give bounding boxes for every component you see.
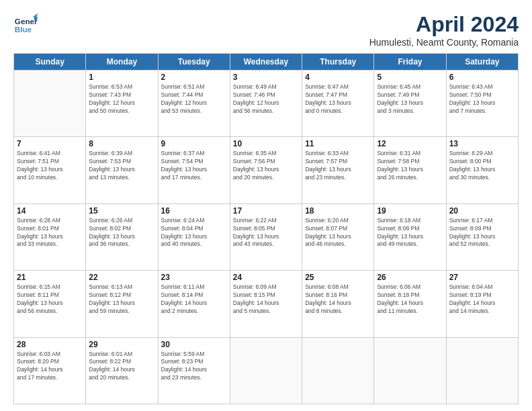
day-info: Sunrise: 6:37 AM Sunset: 7:54 PM Dayligh… bbox=[161, 150, 227, 182]
day-number: 12 bbox=[377, 139, 443, 148]
day-info: Sunrise: 6:26 AM Sunset: 8:02 PM Dayligh… bbox=[89, 217, 154, 249]
header: General Blue April 2024 Humulesti, Neamt… bbox=[13, 12, 519, 48]
table-row: 8Sunrise: 6:39 AM Sunset: 7:53 PM Daylig… bbox=[86, 137, 158, 203]
day-info: Sunrise: 6:43 AM Sunset: 7:50 PM Dayligh… bbox=[449, 83, 515, 116]
table-row: 14Sunrise: 6:28 AM Sunset: 8:01 PM Dayli… bbox=[14, 203, 86, 270]
table-row: 25Sunrise: 6:08 AM Sunset: 8:16 PM Dayli… bbox=[302, 271, 374, 337]
day-number: 4 bbox=[305, 73, 371, 82]
day-number: 30 bbox=[161, 340, 227, 349]
day-number: 14 bbox=[17, 206, 83, 216]
col-friday: Friday bbox=[374, 54, 446, 71]
calendar-table: Sunday Monday Tuesday Wednesday Thursday… bbox=[13, 53, 519, 404]
table-row: 7Sunrise: 6:41 AM Sunset: 7:51 PM Daylig… bbox=[14, 137, 86, 203]
page-title: April 2024 bbox=[369, 12, 519, 37]
col-saturday: Saturday bbox=[446, 54, 518, 71]
col-wednesday: Wednesday bbox=[230, 54, 302, 71]
day-info: Sunrise: 6:47 AM Sunset: 7:47 PM Dayligh… bbox=[305, 83, 371, 116]
table-row: 26Sunrise: 6:06 AM Sunset: 8:18 PM Dayli… bbox=[374, 271, 446, 337]
day-info: Sunrise: 6:17 AM Sunset: 8:09 PM Dayligh… bbox=[449, 217, 515, 249]
day-number: 25 bbox=[305, 273, 371, 282]
day-number: 29 bbox=[89, 340, 154, 349]
table-row bbox=[302, 337, 374, 404]
day-info: Sunrise: 6:09 AM Sunset: 8:15 PM Dayligh… bbox=[233, 283, 299, 316]
day-number: 5 bbox=[377, 73, 443, 82]
calendar-week-3: 14Sunrise: 6:28 AM Sunset: 8:01 PM Dayli… bbox=[14, 203, 519, 270]
day-info: Sunrise: 6:29 AM Sunset: 8:00 PM Dayligh… bbox=[449, 150, 515, 182]
day-number: 19 bbox=[377, 206, 443, 216]
day-info: Sunrise: 5:59 AM Sunset: 8:23 PM Dayligh… bbox=[161, 351, 227, 383]
table-row: 1Sunrise: 6:53 AM Sunset: 7:43 PM Daylig… bbox=[86, 71, 158, 137]
day-number: 10 bbox=[233, 139, 299, 148]
table-row: 20Sunrise: 6:17 AM Sunset: 8:09 PM Dayli… bbox=[446, 203, 518, 270]
day-number: 21 bbox=[17, 273, 83, 282]
day-info: Sunrise: 6:20 AM Sunset: 8:07 PM Dayligh… bbox=[305, 217, 371, 249]
day-number: 22 bbox=[89, 273, 154, 282]
day-info: Sunrise: 6:08 AM Sunset: 8:16 PM Dayligh… bbox=[305, 283, 371, 316]
day-number: 17 bbox=[233, 206, 299, 216]
day-info: Sunrise: 6:35 AM Sunset: 7:56 PM Dayligh… bbox=[233, 150, 299, 182]
table-row: 27Sunrise: 6:04 AM Sunset: 8:19 PM Dayli… bbox=[446, 271, 518, 337]
day-number: 11 bbox=[305, 139, 371, 148]
table-row: 9Sunrise: 6:37 AM Sunset: 7:54 PM Daylig… bbox=[158, 137, 230, 203]
table-row bbox=[446, 337, 518, 404]
table-row: 17Sunrise: 6:22 AM Sunset: 8:05 PM Dayli… bbox=[230, 203, 302, 270]
calendar-week-5: 28Sunrise: 6:03 AM Sunset: 8:20 PM Dayli… bbox=[14, 337, 519, 404]
calendar-week-1: 1Sunrise: 6:53 AM Sunset: 7:43 PM Daylig… bbox=[14, 71, 519, 137]
table-row bbox=[230, 337, 302, 404]
day-number: 15 bbox=[89, 206, 154, 216]
day-number: 27 bbox=[449, 273, 515, 282]
day-info: Sunrise: 6:06 AM Sunset: 8:18 PM Dayligh… bbox=[377, 283, 443, 316]
day-number: 9 bbox=[161, 139, 227, 148]
day-number: 2 bbox=[161, 73, 227, 82]
table-row: 3Sunrise: 6:49 AM Sunset: 7:46 PM Daylig… bbox=[230, 71, 302, 137]
table-row: 29Sunrise: 6:01 AM Sunset: 8:22 PM Dayli… bbox=[86, 337, 158, 404]
page-location: Humulesti, Neamt County, Romania bbox=[369, 37, 519, 48]
day-info: Sunrise: 6:41 AM Sunset: 7:51 PM Dayligh… bbox=[17, 150, 83, 182]
col-thursday: Thursday bbox=[302, 54, 374, 71]
table-row: 23Sunrise: 6:11 AM Sunset: 8:14 PM Dayli… bbox=[158, 271, 230, 337]
day-info: Sunrise: 6:31 AM Sunset: 7:58 PM Dayligh… bbox=[377, 150, 443, 182]
table-row: 12Sunrise: 6:31 AM Sunset: 7:58 PM Dayli… bbox=[374, 137, 446, 203]
col-tuesday: Tuesday bbox=[158, 54, 230, 71]
table-row: 16Sunrise: 6:24 AM Sunset: 8:04 PM Dayli… bbox=[158, 203, 230, 270]
day-info: Sunrise: 6:49 AM Sunset: 7:46 PM Dayligh… bbox=[233, 83, 299, 116]
table-row: 10Sunrise: 6:35 AM Sunset: 7:56 PM Dayli… bbox=[230, 137, 302, 203]
day-number: 6 bbox=[449, 73, 515, 82]
page: General Blue April 2024 Humulesti, Neamt… bbox=[0, 0, 532, 411]
day-number: 16 bbox=[161, 206, 227, 216]
day-info: Sunrise: 6:33 AM Sunset: 7:57 PM Dayligh… bbox=[305, 150, 371, 182]
day-info: Sunrise: 6:51 AM Sunset: 7:44 PM Dayligh… bbox=[161, 83, 227, 116]
svg-text:Blue: Blue bbox=[15, 25, 32, 34]
table-row bbox=[14, 71, 86, 137]
day-number: 28 bbox=[17, 340, 83, 349]
table-row bbox=[374, 337, 446, 404]
col-monday: Monday bbox=[86, 54, 158, 71]
day-info: Sunrise: 6:13 AM Sunset: 8:12 PM Dayligh… bbox=[89, 283, 154, 316]
day-number: 7 bbox=[17, 139, 83, 148]
table-row: 18Sunrise: 6:20 AM Sunset: 8:07 PM Dayli… bbox=[302, 203, 374, 270]
table-row: 4Sunrise: 6:47 AM Sunset: 7:47 PM Daylig… bbox=[302, 71, 374, 137]
table-row: 19Sunrise: 6:18 AM Sunset: 8:08 PM Dayli… bbox=[374, 203, 446, 270]
logo-icon: General Blue bbox=[13, 12, 38, 36]
day-number: 13 bbox=[449, 139, 515, 148]
table-row: 2Sunrise: 6:51 AM Sunset: 7:44 PM Daylig… bbox=[158, 71, 230, 137]
logo: General Blue bbox=[13, 12, 38, 36]
table-row: 5Sunrise: 6:45 AM Sunset: 7:49 PM Daylig… bbox=[374, 71, 446, 137]
day-number: 1 bbox=[89, 73, 154, 82]
calendar-week-2: 7Sunrise: 6:41 AM Sunset: 7:51 PM Daylig… bbox=[14, 137, 519, 203]
title-block: April 2024 Humulesti, Neamt County, Roma… bbox=[369, 12, 519, 48]
day-info: Sunrise: 6:24 AM Sunset: 8:04 PM Dayligh… bbox=[161, 217, 227, 249]
table-row: 30Sunrise: 5:59 AM Sunset: 8:23 PM Dayli… bbox=[158, 337, 230, 404]
day-info: Sunrise: 6:11 AM Sunset: 8:14 PM Dayligh… bbox=[161, 283, 227, 316]
day-info: Sunrise: 6:53 AM Sunset: 7:43 PM Dayligh… bbox=[89, 83, 154, 116]
day-info: Sunrise: 6:03 AM Sunset: 8:20 PM Dayligh… bbox=[17, 351, 83, 383]
table-row: 13Sunrise: 6:29 AM Sunset: 8:00 PM Dayli… bbox=[446, 137, 518, 203]
day-number: 3 bbox=[233, 73, 299, 82]
day-number: 20 bbox=[449, 206, 515, 216]
day-info: Sunrise: 6:01 AM Sunset: 8:22 PM Dayligh… bbox=[89, 351, 154, 383]
day-info: Sunrise: 6:28 AM Sunset: 8:01 PM Dayligh… bbox=[17, 217, 83, 249]
day-info: Sunrise: 6:04 AM Sunset: 8:19 PM Dayligh… bbox=[449, 283, 515, 316]
table-row: 11Sunrise: 6:33 AM Sunset: 7:57 PM Dayli… bbox=[302, 137, 374, 203]
day-number: 23 bbox=[161, 273, 227, 282]
table-row: 6Sunrise: 6:43 AM Sunset: 7:50 PM Daylig… bbox=[446, 71, 518, 137]
